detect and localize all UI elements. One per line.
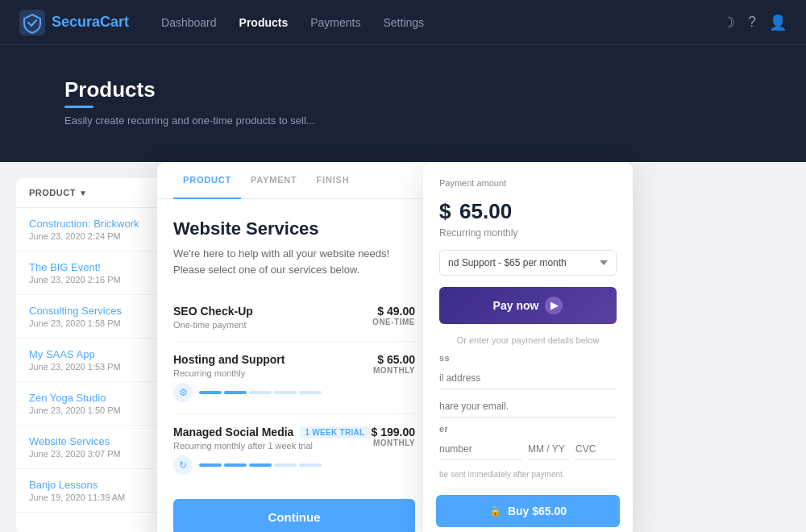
pay-now-button[interactable]: Pay now ▶ — [439, 287, 617, 324]
address-label: ss — [439, 353, 617, 363]
card-number-input[interactable] — [439, 438, 521, 460]
nav-payments[interactable]: Payments — [310, 16, 360, 29]
tab-finish[interactable]: FINISH — [307, 162, 359, 199]
trial-badge: 1 WEEK TRIAL — [300, 426, 369, 438]
page-subtitle: Easily create recurring and one-time pro… — [64, 114, 315, 127]
service-type-seo: One-time payment — [173, 320, 253, 330]
modal-body: Website Services We're here to help with… — [157, 199, 431, 486]
service-item-seo[interactable]: SEO Check-Up One-time payment $ 49.00 ON… — [173, 293, 415, 342]
payment-amount-label: Payment amount — [439, 178, 617, 188]
buy-button[interactable]: 🔒 Buy $65.00 — [436, 495, 620, 527]
svg-rect-0 — [19, 10, 45, 35]
nav-icons: ☽ ? 👤 — [722, 14, 787, 31]
cvc-input[interactable] — [575, 438, 617, 460]
payment-note: be sent immediately after payment. — [439, 470, 617, 479]
modal-title: Website Services — [173, 218, 415, 239]
payment-amount: $ 65.00 — [439, 191, 617, 226]
service-name-hosting: Hosting and Support — [173, 353, 322, 366]
modal-tabs: PRODUCT PAYMENT FINISH — [157, 162, 431, 199]
nav-links: Dashboard Products Payments Settings — [161, 16, 722, 29]
service-item-social[interactable]: Managed Social Media 1 WEEK TRIAL Recurr… — [173, 414, 415, 486]
content-area: PRODUCT ▼ Construction: Brickwork June 2… — [0, 162, 806, 532]
page-header: Products Easily create recurring and one… — [0, 45, 806, 162]
nav-products[interactable]: Products — [239, 16, 289, 29]
tab-payment[interactable]: PAYMENT — [241, 162, 307, 199]
service-item-hosting[interactable]: Hosting and Support Recurring monthly ⚙ — [173, 342, 415, 414]
payment-panel: Payment amount $ 65.00 Recurring monthly… — [423, 162, 633, 532]
or-divider: Or enter your payment details below — [439, 335, 617, 345]
social-progress — [199, 463, 322, 467]
product-modal: PRODUCT PAYMENT FINISH Website Services … — [157, 162, 431, 532]
hosting-icon: ⚙ — [173, 383, 193, 402]
help-icon[interactable]: ? — [748, 14, 756, 31]
service-period-hosting: MONTHLY — [373, 366, 415, 375]
service-price-seo: $ 49.00 — [372, 305, 415, 318]
continue-button[interactable]: Continue — [173, 499, 415, 532]
brand-name: SecuraCart — [52, 14, 129, 31]
payment-plan-select[interactable]: nd Support - $65 per month — [439, 250, 617, 276]
payment-recurring: Recurring monthly — [439, 227, 617, 239]
service-type-hosting: Recurring monthly — [173, 368, 322, 378]
brand-logo-icon — [19, 10, 45, 35]
social-icon: ↻ — [173, 455, 193, 475]
expiry-input[interactable] — [528, 438, 569, 460]
email-input[interactable] — [439, 396, 617, 418]
hosting-progress — [199, 391, 322, 394]
theme-toggle-icon[interactable]: ☽ — [722, 14, 735, 31]
tab-product[interactable]: PRODUCT — [173, 162, 241, 199]
page-title: Products — [64, 77, 315, 102]
service-price-hosting: $ 65.00 — [373, 353, 415, 366]
brand: SecuraCart — [19, 10, 129, 35]
modal-footer: Continue — [157, 486, 431, 532]
address-input[interactable] — [439, 368, 617, 389]
page-title-underline — [64, 106, 93, 108]
service-period-seo: ONE-TIME — [372, 318, 415, 326]
service-price-social: $ 199.00 — [372, 426, 416, 438]
card-label: er — [439, 424, 617, 434]
nav-dashboard[interactable]: Dashboard — [161, 16, 217, 29]
service-type-social: Recurring monthly after 1 week trial — [173, 441, 370, 451]
service-name-seo: SEO Check-Up — [173, 305, 253, 318]
user-icon[interactable]: 👤 — [769, 14, 787, 31]
service-period-social: MONTHLY — [372, 438, 416, 447]
navbar: SecuraCart Dashboard Products Payments S… — [0, 0, 806, 45]
service-name-social: Managed Social Media 1 WEEK TRIAL — [173, 426, 370, 438]
modal-description: We're here to help with all your website… — [173, 246, 415, 277]
nav-settings[interactable]: Settings — [384, 16, 425, 29]
